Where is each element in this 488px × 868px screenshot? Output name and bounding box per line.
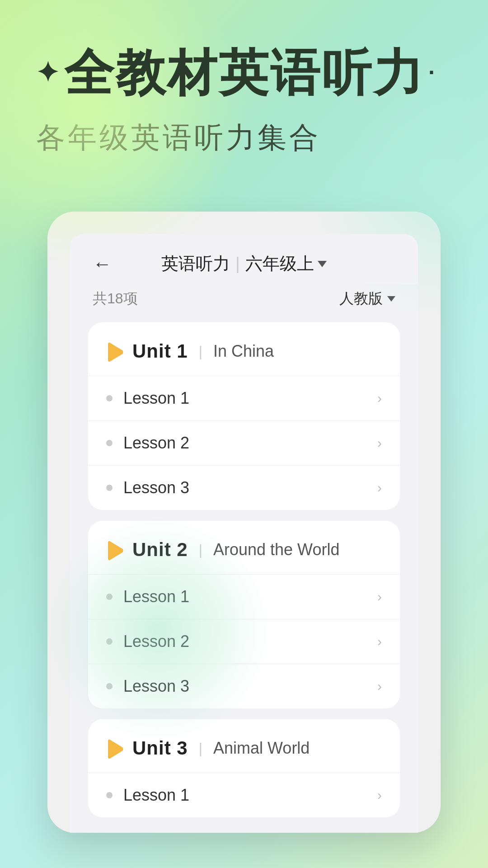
unit-subtitle-1: In China [213, 342, 274, 361]
grade-dropdown[interactable]: 六年级上 [245, 252, 327, 275]
chevron-right-icon: › [377, 391, 382, 406]
chevron-right-icon: › [377, 634, 382, 649]
hero-title: ✦ 全教材英语听力 · [36, 45, 452, 100]
lesson-label: Lesson 1 [123, 389, 189, 408]
lesson-dot-icon [106, 395, 113, 401]
grade-dropdown-arrow-icon [318, 261, 327, 267]
unit-icon-2 [106, 541, 124, 559]
sparkle-left-icon: ✦ [36, 58, 61, 88]
lesson-row-unit3-1[interactable]: Lesson 1 › [88, 773, 400, 817]
chevron-right-icon: › [377, 435, 382, 451]
lesson-dot-icon [106, 792, 113, 798]
app-header: ← 英语听力 | 六年级上 [70, 234, 418, 284]
app-title-text: 英语听力 [161, 252, 230, 275]
lesson-row-unit1-1[interactable]: Lesson 1 › [88, 376, 400, 420]
chevron-right-icon: › [377, 480, 382, 495]
unit-header-1[interactable]: Unit 1 | In China [88, 322, 400, 376]
lesson-dot-icon [106, 440, 113, 446]
chevron-right-icon: › [377, 679, 382, 694]
lesson-left: Lesson 3 [106, 478, 189, 497]
lesson-row-unit1-3[interactable]: Lesson 3 › [88, 465, 400, 510]
sparkle-right-icon: · [428, 60, 436, 85]
chevron-right-icon: › [377, 589, 382, 604]
page-container: ✦ 全教材英语听力 · 各年级英语听力集合 ← 英语听力 | 六年级上 [0, 0, 488, 833]
lesson-label: Lesson 3 [123, 478, 189, 497]
chevron-right-icon: › [377, 788, 382, 803]
hero-title-text: 全教材英语听力 [64, 45, 425, 100]
unit-icon-1 [106, 342, 124, 360]
lesson-left: Lesson 2 [106, 434, 189, 453]
unit-icon-3 [106, 739, 124, 757]
lesson-row-unit1-2[interactable]: Lesson 2 › [88, 420, 400, 465]
total-count: 共18项 [93, 289, 138, 309]
phone-mockup: ← 英语听力 | 六年级上 共18项 人教版 [47, 212, 441, 833]
unit-number-1: Unit 1 [132, 340, 188, 362]
bg-decoration-3 [45, 516, 271, 742]
lesson-left: Lesson 1 [106, 786, 189, 805]
back-button[interactable]: ← [93, 253, 112, 275]
lesson-label: Lesson 2 [123, 434, 189, 453]
header-title-container: 英语听力 | 六年级上 [161, 252, 327, 275]
header-separator: | [235, 254, 240, 274]
grade-label: 六年级上 [245, 252, 314, 275]
lesson-label: Lesson 1 [123, 786, 189, 805]
unit-card-1: Unit 1 | In China Lesson 1 › Lesson 2 › … [88, 322, 400, 510]
unit-subtitle-3: Animal World [213, 739, 310, 758]
lesson-left: Lesson 1 [106, 389, 189, 408]
lesson-dot-icon [106, 485, 113, 491]
